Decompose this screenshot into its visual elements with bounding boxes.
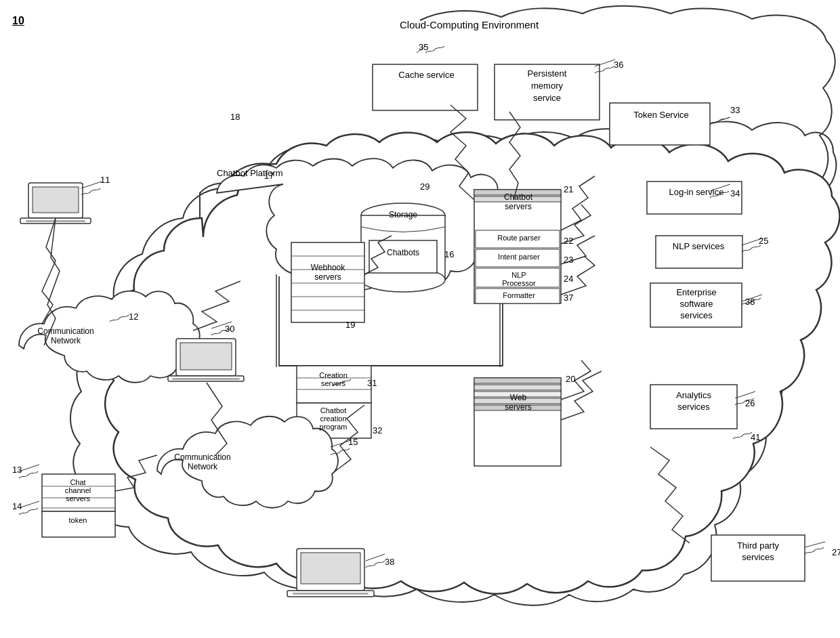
- ref-27: 27: [832, 547, 840, 557]
- ref-11: 11: [100, 175, 110, 185]
- ref-33: 33: [730, 105, 740, 115]
- nlp-services-label: NLP services: [657, 241, 740, 251]
- svg-rect-45: [301, 553, 360, 584]
- intent-parser-label: Intent parser: [478, 253, 560, 261]
- ref-36: 36: [614, 60, 623, 70]
- ref-31: 31: [367, 378, 377, 388]
- svg-line-61: [81, 182, 102, 188]
- ref-18: 18: [230, 112, 240, 122]
- svg-rect-37: [33, 187, 79, 213]
- ref-17: 17: [264, 171, 274, 181]
- ref-19: 19: [345, 320, 355, 330]
- nlp-processor-label: NLPProcessor: [478, 271, 560, 287]
- ref-10: 10: [12, 15, 24, 27]
- ref-24: 24: [564, 274, 573, 284]
- cache-service-label: Cache service: [377, 70, 476, 80]
- ref-13: 13: [12, 465, 22, 475]
- chat-channel-servers-label: Chatchannelservers: [44, 478, 112, 503]
- chatbot-servers-label: Chatbotservers: [478, 192, 558, 211]
- chatbots-label: Chatbots: [371, 248, 435, 257]
- ref-35: 35: [419, 42, 428, 52]
- web-servers-label: Webservers: [478, 393, 558, 412]
- svg-rect-47: [293, 593, 369, 595]
- ref-23: 23: [564, 255, 573, 265]
- svg-rect-17: [474, 378, 561, 383]
- route-parser-label: Route parser: [478, 234, 560, 242]
- svg-rect-41: [180, 343, 232, 370]
- svg-line-53: [710, 117, 730, 124]
- ref-14: 14: [12, 501, 22, 511]
- ref-30: 30: [225, 324, 234, 334]
- ref-20: 20: [566, 374, 575, 384]
- analytics-services-label: Analyticsservices: [652, 390, 735, 413]
- svg-rect-43: [172, 378, 240, 380]
- creation-servers-label: Creationservers: [299, 371, 368, 387]
- token-service-label: Token Service: [614, 110, 708, 120]
- ref-21: 21: [564, 184, 573, 194]
- chatbot-creation-label: Chatbotcreationprogram: [299, 406, 368, 431]
- ref-34: 34: [730, 188, 740, 198]
- cloud-computing-label: Cloud-Computing Environment: [400, 19, 539, 30]
- webhook-servers-label: Webhookservers: [294, 263, 362, 282]
- enterprise-software-label: Enterprisesoftwareservices: [652, 287, 740, 322]
- ref-32: 32: [373, 425, 382, 435]
- ref-22: 22: [564, 236, 573, 246]
- ref-25: 25: [759, 236, 768, 246]
- ref-41: 41: [751, 432, 760, 442]
- token-label: token: [44, 516, 112, 524]
- comm-network-15-label: CommunicationNetwork: [163, 452, 243, 471]
- persistent-memory-label: Persistentmemoryservice: [498, 68, 596, 105]
- storage-label: Storage: [369, 210, 437, 219]
- ref-12: 12: [129, 312, 138, 322]
- formatter-label: Formatter: [478, 291, 560, 299]
- login-service-label: Log-in service: [650, 187, 742, 197]
- svg-line-59: [595, 60, 615, 66]
- ref-16: 16: [444, 249, 454, 259]
- svg-rect-18: [474, 385, 561, 390]
- svg-rect-52: [42, 511, 115, 537]
- ref-38-laptop: 38: [385, 557, 394, 567]
- svg-line-63: [19, 501, 39, 508]
- ref-26: 26: [745, 398, 755, 408]
- ref-37: 37: [564, 293, 573, 303]
- diagram-container: 10 Cloud-Computing Environment Chatbot P…: [0, 0, 840, 638]
- comm-network-12-label: CommunicationNetwork: [26, 326, 106, 345]
- ref-38-ent: 38: [745, 297, 755, 307]
- third-party-label: Third partyservices: [714, 540, 802, 563]
- ref-15: 15: [348, 437, 358, 447]
- ref-29: 29: [420, 182, 429, 192]
- svg-line-62: [19, 465, 39, 471]
- svg-line-58: [805, 542, 825, 547]
